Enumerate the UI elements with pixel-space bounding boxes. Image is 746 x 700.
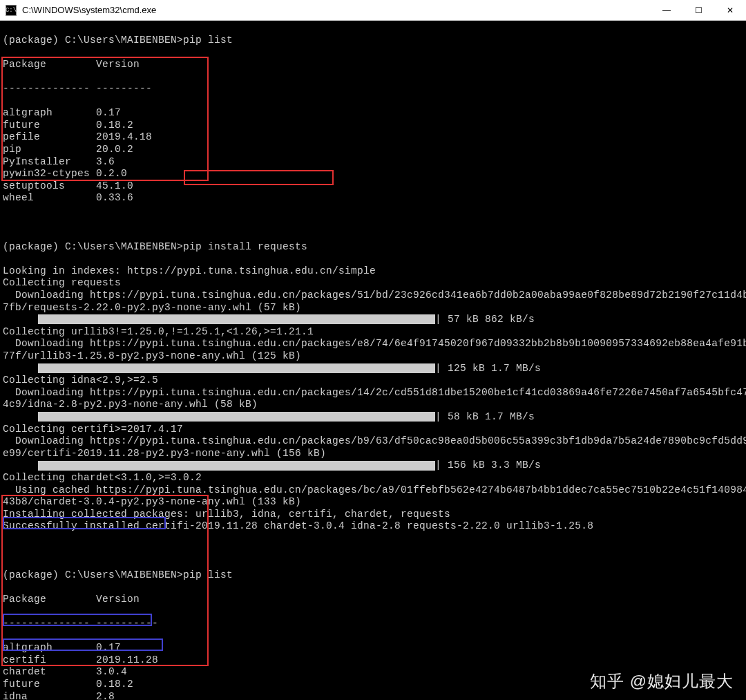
pip-list-header: Package Version (3, 59, 743, 71)
terminal-line: Collecting urllib3!=1.25.0,!=1.25.1,<1.2… (3, 326, 743, 339)
terminal-line: 7fb/requests-2.22.0-py2.py3-none-any.whl… (3, 302, 743, 314)
progress-bar (38, 363, 435, 373)
terminal-line: Downloading https://pypi.tuna.tsinghua.e… (3, 338, 743, 350)
maximize-button[interactable]: ☐ (682, 0, 714, 20)
terminal-line: pip 20.0.2 (3, 144, 743, 156)
terminal-line: Collecting certifi>=2017.4.17 (3, 424, 743, 436)
terminal-line: Collecting chardet<3.1.0,>=3.0.2 (3, 472, 743, 484)
terminal-line: PyInstaller 3.6 (3, 156, 743, 169)
terminal-line: setuptools 45.1.0 (3, 180, 743, 193)
terminal-line: | 156 kB 3.3 MB/s (3, 460, 743, 472)
terminal-line: 43b8/chardet-3.0.4-py2.py3-none-any.whl … (3, 496, 743, 509)
prompt-line: (package) C:\Users\MAIBENBEN>pip install… (3, 241, 743, 254)
prompt-line: (package) C:\Users\MAIBENBEN>pip list (3, 35, 743, 47)
terminal-line: Looking in indexes: https://pypi.tuna.ts… (3, 265, 743, 278)
terminal-line: Downloading https://pypi.tuna.tsinghua.e… (3, 435, 743, 448)
window-title: C:\WINDOWS\system32\cmd.exe (22, 5, 156, 15)
terminal-line: altgraph 0.17 (3, 642, 743, 654)
close-button[interactable]: ✕ (714, 0, 746, 20)
minimize-button[interactable]: — (651, 0, 682, 20)
terminal-line: Using cached https://pypi.tuna.tsinghua.… (3, 484, 743, 497)
progress-bar (38, 314, 435, 324)
progress-bar (38, 412, 435, 422)
terminal-line: e99/certifi-2019.11.28-py2.py3-none-any.… (3, 448, 743, 460)
terminal-line: certifi 2019.11.28 (3, 654, 743, 667)
terminal-line: Installing collected packages: urllib3, … (3, 509, 743, 521)
pip-list-rule: -------------- ---------- (3, 618, 743, 630)
terminal-line: Collecting idna<2.9,>=2.5 (3, 375, 743, 387)
terminal-line: Downloading https://pypi.tuna.tsinghua.e… (3, 290, 743, 302)
terminal-line: 77f/urllib3-1.25.8-py2.py3-none-any.whl … (3, 350, 743, 363)
terminal-line: 4c9/idna-2.8-py2.py3-none-any.whl (58 kB… (3, 399, 743, 411)
pip-list-rule: -------------- --------- (3, 83, 743, 95)
blank-line (3, 545, 743, 558)
terminal-line: future 0.18.2 (3, 120, 743, 132)
terminal-output[interactable]: (package) C:\Users\MAIBENBEN>pip list Pa… (0, 21, 746, 700)
blank-line (3, 217, 743, 229)
terminal-line: Downloading https://pypi.tuna.tsinghua.e… (3, 387, 743, 399)
terminal-line: wheel 0.33.6 (3, 192, 743, 205)
terminal-line: altgraph 0.17 (3, 107, 743, 120)
watermark: 知乎 @媳妇儿最大 (590, 675, 734, 688)
terminal-line: pywin32-ctypes 0.2.0 (3, 168, 743, 180)
terminal-line: Collecting requests (3, 277, 743, 290)
cmd-icon: C:\ (6, 5, 17, 16)
prompt-line: (package) C:\Users\MAIBENBEN>pip list (3, 569, 743, 582)
terminal-line: | 57 kB 862 kB/s (3, 314, 743, 326)
progress-bar (38, 461, 435, 471)
terminal-line: | 125 kB 1.7 MB/s (3, 363, 743, 375)
terminal-line: idna 2.8 (3, 691, 743, 700)
terminal-line: | 58 kB 1.7 MB/s (3, 411, 743, 424)
window-titlebar: C:\ C:\WINDOWS\system32\cmd.exe — ☐ ✕ (0, 0, 746, 21)
terminal-line: pefile 2019.4.18 (3, 131, 743, 144)
pip-list-header: Package Version (3, 594, 743, 606)
terminal-line: Successfully installed certifi-2019.11.2… (3, 520, 743, 533)
